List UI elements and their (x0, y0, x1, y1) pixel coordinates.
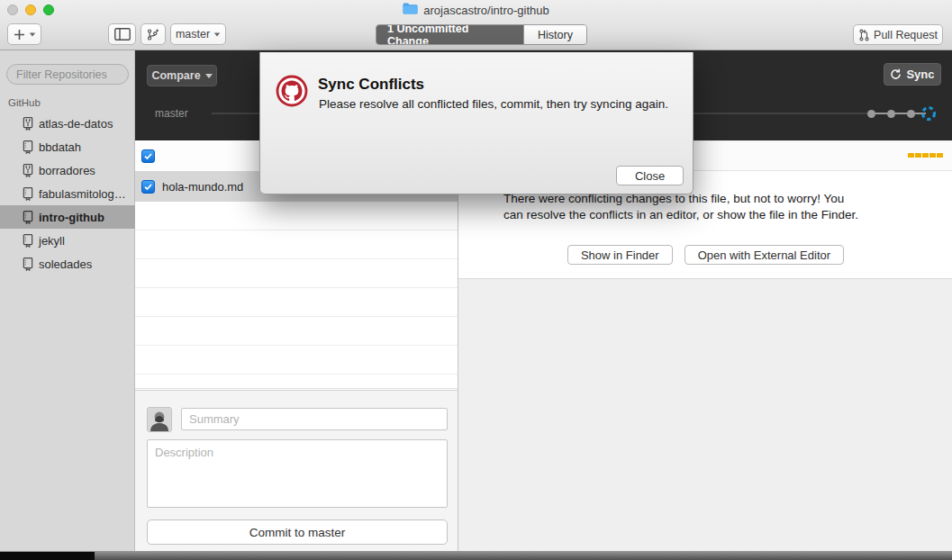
diff-detail-panel: There were conflicting changes to this f… (458, 140, 952, 551)
commit-graph-line-recent (872, 113, 926, 114)
github-logo-icon (275, 74, 309, 112)
sidebar-panel-icon (114, 28, 131, 41)
repo-name: atlas-de-datos (39, 117, 113, 131)
branch-selector-label: master (176, 28, 210, 41)
toggle-sidebar-button[interactable] (108, 23, 136, 45)
window-title-area: arojascastro/intro-github (0, 3, 952, 17)
repo-name: soledades (39, 257, 92, 271)
commit-dot[interactable] (867, 110, 875, 118)
repo-name: intro-github (39, 211, 104, 224)
repo-forked-icon (22, 163, 34, 177)
empty-list-row (135, 230, 458, 259)
filter-repositories-input[interactable] (6, 64, 129, 85)
open-with-external-editor-button[interactable]: Open with External Editor (685, 245, 844, 265)
repo-icon (22, 233, 34, 248)
repo-icon (22, 257, 34, 271)
diffstat-block (929, 153, 936, 158)
dialog-title: Sync Conflicts (318, 76, 424, 94)
sync-conflicts-dialog: Sync Conflicts Please resolve all confli… (259, 52, 694, 194)
window-title: arojascastro/intro-github (423, 4, 549, 17)
close-button[interactable]: Close (616, 166, 684, 185)
conflict-actions: Show in Finder Open with External Editor (458, 245, 952, 265)
repo-name: fabulasmitolog… (39, 187, 126, 201)
compare-label: Compare (151, 69, 200, 82)
commit-box: Commit to master (135, 390, 458, 551)
empty-list-row (135, 346, 458, 375)
view-segmented-control: 1 Uncommitted Change History (376, 24, 587, 45)
graph-branch-label: master (155, 107, 188, 120)
titlebar-toolbar: arojascastro/intro-github mas (0, 0, 952, 50)
sidebar-item-fabulasmitologicas[interactable]: fabulasmitolog… (0, 182, 135, 205)
pull-request-button[interactable]: Pull Request (853, 24, 943, 45)
chevron-down-icon (214, 32, 220, 36)
description-textarea[interactable] (147, 439, 448, 508)
repositories-sidebar: GitHub atlas-de-datos (0, 50, 135, 551)
repo-name: jekyll (39, 234, 65, 248)
refresh-icon (890, 68, 902, 80)
repo-icon (22, 186, 34, 201)
empty-list-row (135, 288, 458, 317)
folder-icon (403, 3, 418, 17)
git-branch-plus-icon (147, 28, 159, 41)
empty-list-row (135, 202, 458, 230)
github-desktop-window: arojascastro/intro-github mas (0, 0, 952, 560)
diffstat-block (922, 153, 929, 158)
file-checkbox[interactable] (141, 180, 155, 194)
background-element (0, 552, 95, 560)
pull-request-label: Pull Request (874, 29, 938, 41)
window-bottom-edge (0, 551, 952, 560)
file-name: hola-mundo.md (162, 180, 243, 194)
avatar (147, 407, 172, 432)
chevron-down-icon (29, 32, 34, 36)
repository-list: atlas-de-datos bbdatah (0, 112, 135, 275)
create-branch-button[interactable] (141, 23, 166, 45)
sidebar-item-jekyll[interactable]: jekyll (0, 229, 135, 252)
check-icon (143, 151, 153, 161)
diffstat-blocks (908, 153, 943, 158)
tab-uncommitted-changes[interactable]: 1 Uncommitted Change (376, 25, 523, 44)
diffstat-block (908, 153, 914, 158)
diffstat-block (937, 153, 943, 158)
repo-name: borradores (39, 164, 95, 177)
repo-forked-icon (22, 116, 34, 131)
show-in-finder-button[interactable]: Show in Finder (567, 245, 673, 265)
diffstat-block (915, 153, 921, 158)
sync-label: Sync (906, 68, 934, 81)
sidebar-item-intro-github[interactable]: intro-github (0, 205, 135, 229)
commit-dot[interactable] (907, 110, 915, 118)
sidebar-item-atlas-de-datos[interactable]: atlas-de-datos (0, 112, 135, 135)
repo-icon (22, 140, 34, 154)
check-icon (143, 182, 153, 192)
sidebar-item-soledades[interactable]: soledades (0, 252, 135, 275)
add-repository-button[interactable] (7, 23, 41, 45)
tab-history[interactable]: History (523, 25, 586, 44)
git-pull-request-icon (858, 29, 870, 41)
compare-button[interactable]: Compare (147, 65, 217, 86)
conflict-message: There were conflicting changes to this f… (503, 191, 866, 223)
empty-list-row (135, 375, 458, 389)
sidebar-item-borradores[interactable]: borradores (0, 158, 135, 182)
commit-dot[interactable] (887, 110, 895, 118)
branch-selector-dropdown[interactable]: master (170, 23, 226, 45)
sidebar-section-github: GitHub (8, 97, 41, 108)
repo-name: bbdatah (39, 140, 81, 154)
chevron-down-icon (205, 74, 213, 78)
commit-to-master-button[interactable]: Commit to master (147, 519, 448, 545)
repo-icon (22, 210, 34, 224)
sync-spinner-icon (920, 105, 937, 125)
empty-list-row (135, 259, 458, 288)
dialog-message: Please resolve all conflicted files, com… (319, 96, 690, 113)
empty-list-row (135, 317, 458, 346)
sidebar-item-bbdatah[interactable]: bbdatah (0, 135, 135, 158)
summary-input[interactable] (181, 408, 448, 430)
sync-button[interactable]: Sync (884, 63, 941, 86)
select-all-checkbox[interactable] (141, 149, 155, 163)
plus-icon (14, 29, 25, 41)
